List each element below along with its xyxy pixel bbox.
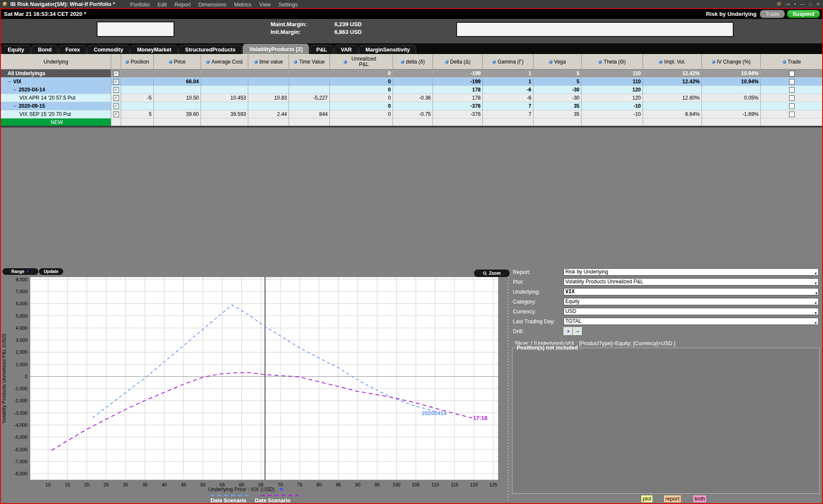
row-checkbox[interactable]: ✓ [113, 87, 119, 93]
tab-p-l[interactable]: P&L [310, 45, 333, 54]
trade-button[interactable]: Trade [760, 10, 785, 18]
column-header-vega[interactable]: Vega [533, 54, 582, 70]
column-header-delta[interactable]: Delta (Δ) [433, 54, 483, 70]
trade-checkbox[interactable] [789, 112, 795, 117]
tab-moneymarket[interactable]: MoneyMarket [131, 45, 178, 54]
cell-delta: -199 [433, 78, 483, 86]
column-header-impl_vol[interactable]: Impl. Vol. [643, 54, 702, 70]
column-header-gamma[interactable]: Gamma (Γ) [483, 54, 533, 70]
menu-report[interactable]: Report [174, 2, 191, 8]
margin-info: Maint.Margin:6,239 USD Init.Margin:6,863… [271, 21, 362, 36]
row-checkbox[interactable]: ✓ [113, 71, 119, 76]
column-header-price[interactable]: Price [154, 54, 201, 70]
column-header-time_value[interactable]: Time Value [289, 54, 330, 70]
panel-splitter[interactable] [507, 271, 509, 502]
field-label-report: Report: [513, 269, 530, 275]
minimize-button[interactable]: — [800, 0, 805, 8]
column-header-underlying[interactable]: Underlying [1, 54, 111, 70]
column-header-iv_change[interactable]: IV Change (%) [702, 54, 761, 70]
tab-commodity[interactable]: Commodity [87, 45, 130, 54]
tab-var[interactable]: VAR [334, 45, 358, 54]
dropdown-plot[interactable]: Volatility Products Unrealized P&L▼ [564, 278, 819, 285]
row-select-cell: ✓ [111, 94, 121, 102]
range-button[interactable]: Range ▼ [3, 268, 38, 275]
cell-trade [761, 78, 823, 86]
column-header-position[interactable]: Position [121, 54, 154, 70]
drill-up-button[interactable]: − [573, 327, 582, 336]
cell-gamma: 7 [483, 110, 533, 118]
collapse-icon[interactable]: − [3, 71, 5, 76]
x-axis-dropdown-icon[interactable] [279, 488, 283, 491]
maximize-button[interactable]: □ [809, 0, 812, 8]
pin-icon[interactable]: –▪ [786, 0, 790, 8]
x-tick-label: 15 [65, 482, 70, 487]
trade-checkbox[interactable] [789, 79, 795, 85]
app-icon [2, 1, 8, 7]
column-header-unrealized_pnl[interactable]: Unrealized P&L [330, 54, 393, 70]
column-header-avg_cost[interactable]: Average Cost [201, 54, 248, 70]
cell-delta: -376 [433, 102, 483, 110]
tab-marginsensitivity[interactable]: MarginSensitivity [359, 45, 417, 54]
column-header-label: Delta (Δ) [450, 59, 470, 65]
column-header-label: Position [131, 59, 149, 65]
title-bar: IB Risk Navigator(SM): What-If Portfolio… [0, 0, 823, 8]
row-checkbox[interactable]: ✓ [113, 103, 119, 109]
zoom-button[interactable]: Zoom [474, 270, 509, 277]
menu-settings[interactable]: Settings [278, 2, 298, 8]
range-button-label: Range [11, 269, 24, 274]
chart-region: Range ▼ Update Zoom -8,000-7,000-6,000-5… [1, 270, 508, 503]
menu-portfolio[interactable]: Portfolio [130, 2, 150, 8]
column-header-select[interactable] [111, 54, 121, 70]
cell-position [121, 86, 154, 94]
menu-dimensions[interactable]: Dimensions [198, 2, 226, 8]
tab-volatilityproducts-2-[interactable]: VolatilityProducts [2] [243, 44, 309, 54]
row-checkbox[interactable]: ✓ [113, 95, 119, 101]
legend-label-1: Date Scenario [210, 498, 247, 503]
metric-orb-icon [492, 60, 496, 64]
report-view-button[interactable]: report [664, 495, 681, 502]
dropdown-report[interactable]: Risk by Underlying▼ [564, 268, 819, 276]
dropdown-lasttradingday[interactable]: TOTAL▼ [564, 318, 819, 325]
cell-position [121, 78, 154, 86]
update-button[interactable]: Update [39, 268, 63, 275]
dropdown-category[interactable]: Equity▼ [564, 298, 819, 305]
trade-checkbox[interactable] [789, 87, 795, 93]
plot-view-button[interactable]: plot [641, 495, 652, 502]
trade-checkbox[interactable] [789, 103, 795, 109]
drill-down-button[interactable]: + [564, 327, 573, 336]
cell-iv_change: 10.94% [702, 70, 761, 78]
suspend-button[interactable]: Suspend [787, 10, 820, 18]
trade-checkbox[interactable] [789, 95, 795, 101]
column-header-trade[interactable]: Trade [761, 54, 823, 70]
column-header-time_value_lower[interactable]: time value [248, 54, 289, 70]
tab-equity[interactable]: Equity [1, 45, 30, 54]
collapse-icon[interactable]: − [8, 79, 11, 84]
tab-bond[interactable]: Bond [31, 45, 58, 54]
cell-price [154, 70, 201, 78]
row-checkbox[interactable]: ✓ [113, 112, 119, 117]
cell-position [121, 70, 154, 78]
column-header-delta_lower[interactable]: delta (δ) [393, 54, 433, 70]
row-checkbox[interactable]: ✓ [113, 79, 119, 85]
trade-checkbox[interactable] [789, 71, 795, 76]
row-label-text: VIX [13, 79, 21, 85]
collapse-icon[interactable]: − [14, 103, 16, 109]
cell-time_value [289, 102, 330, 110]
metric-orb-icon [598, 60, 602, 64]
tool-wrench-icon[interactable]: ⚙ [777, 0, 781, 8]
pin-caret-icon[interactable]: ▾ [794, 0, 796, 8]
menu-edit[interactable]: Edit [158, 2, 167, 8]
dropdown-underlying[interactable]: VIX▼ [564, 288, 819, 295]
tab-structuredproducts[interactable]: StructuredProducts [179, 45, 242, 54]
menu-metrics[interactable]: Metrics [234, 2, 251, 8]
column-header-theta[interactable]: Theta (Θ) [582, 54, 643, 70]
dropdown-currency[interactable]: USD▼ [564, 308, 819, 315]
close-button[interactable]: × [816, 0, 820, 8]
y-axis-title: Volatility Products Unrealized P&L (USD) [1, 334, 6, 423]
x-tick-label: 10 [46, 482, 51, 487]
menu-view[interactable]: View [259, 2, 271, 8]
cell-theta: 110 [582, 70, 643, 78]
collapse-icon[interactable]: − [14, 87, 16, 92]
both-view-button[interactable]: both [693, 495, 706, 502]
tab-forex[interactable]: Forex [59, 45, 86, 54]
